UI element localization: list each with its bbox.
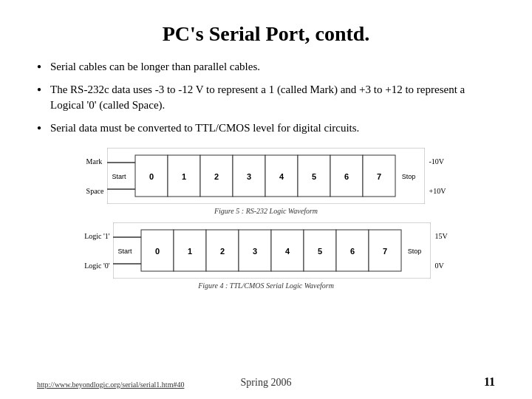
mark-label: Mark xyxy=(86,157,104,166)
svg-text:1: 1 xyxy=(188,247,192,256)
svg-text:0: 0 xyxy=(155,247,160,256)
rs232-right-top: -10V xyxy=(429,157,446,166)
rs232-diagram: Mark Space Start 0 1 2 xyxy=(52,146,480,215)
svg-text:Stop: Stop xyxy=(401,173,415,180)
svg-text:Start: Start xyxy=(112,173,126,180)
svg-text:Start: Start xyxy=(117,248,132,255)
bullet-list: Serial cables can be longer than paralle… xyxy=(37,59,495,136)
spring-label: Spring 2006 xyxy=(241,377,292,389)
svg-text:3: 3 xyxy=(246,172,250,181)
svg-text:5: 5 xyxy=(311,172,316,181)
logic1-label: Logic '1' xyxy=(84,232,109,240)
svg-text:4: 4 xyxy=(285,247,290,256)
ttl-diagram: Logic '1' Logic '0' Start 0 1 2 3 4 xyxy=(52,221,480,290)
svg-text:0: 0 xyxy=(149,172,153,181)
slide: PC's Serial Port, contd. Serial cables c… xyxy=(0,0,532,399)
bullet-3: Serial data must be converted to TTL/CMO… xyxy=(37,120,495,136)
svg-text:Stop: Stop xyxy=(407,248,421,255)
logic0-label: Logic '0' xyxy=(84,262,109,270)
svg-text:6: 6 xyxy=(350,247,355,256)
footer-url[interactable]: http://www.beyondlogic.org/serial/serial… xyxy=(37,381,184,389)
svg-text:4: 4 xyxy=(279,172,284,181)
bullet-1: Serial cables can be longer than paralle… xyxy=(37,59,495,75)
svg-text:6: 6 xyxy=(344,172,348,181)
bullet-2: The RS-232c data uses -3 to -12 V to rep… xyxy=(37,82,495,113)
ttl-waveform-svg: Start 0 1 2 3 4 5 6 7 xyxy=(113,222,431,279)
svg-text:7: 7 xyxy=(383,247,387,256)
ttl-right-top: 15V xyxy=(435,232,448,240)
ttl-right-labels: 15V 0V xyxy=(435,221,448,280)
svg-text:5: 5 xyxy=(318,247,322,256)
rs232-left-labels: Mark Space xyxy=(86,146,104,205)
svg-text:2: 2 xyxy=(214,172,218,181)
svg-text:2: 2 xyxy=(220,247,225,256)
ttl-left-labels: Logic '1' Logic '0' xyxy=(84,221,109,280)
diagrams-area: Mark Space Start 0 1 2 xyxy=(37,146,495,290)
page-number: 11 xyxy=(484,375,495,389)
rs232-caption: Figure 5 : RS-232 Logic Waveform xyxy=(52,207,480,215)
rs232-right-bottom: +10V xyxy=(429,187,446,195)
ttl-caption: Figure 4 : TTL/CMOS Serial Logic Wavefor… xyxy=(52,282,480,290)
svg-text:3: 3 xyxy=(253,247,257,256)
svg-text:7: 7 xyxy=(376,172,381,181)
rs232-right-labels: -10V +10V xyxy=(429,146,446,205)
rs232-waveform-svg: Start 0 1 2 3 4 5 6 xyxy=(107,148,425,204)
space-label: Space xyxy=(86,187,104,195)
slide-title: PC's Serial Port, contd. xyxy=(37,22,495,46)
ttl-right-bottom: 0V xyxy=(435,262,448,270)
svg-text:1: 1 xyxy=(181,172,185,181)
